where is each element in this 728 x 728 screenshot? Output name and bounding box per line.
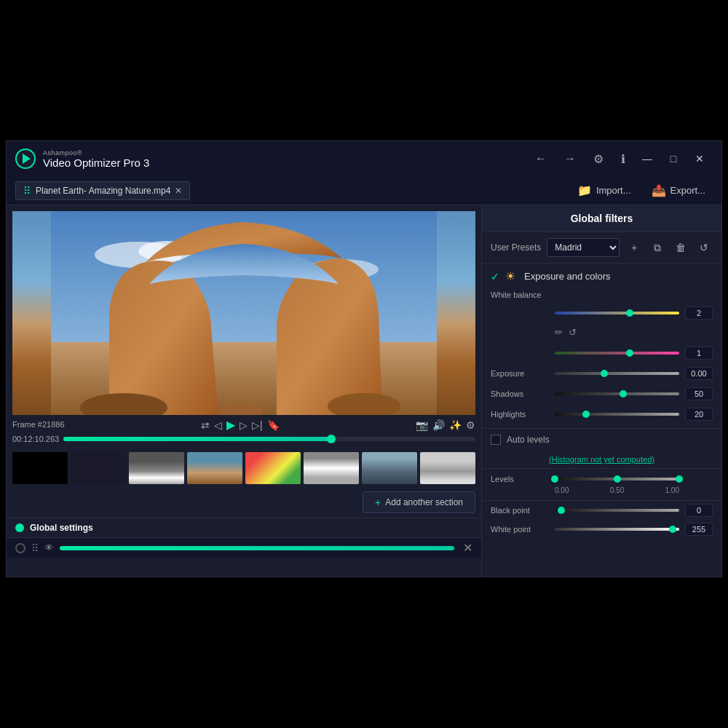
exposure-check[interactable]: ✓ (491, 271, 499, 282)
playback-controls: ⇄ ◁ ▶ ▷ ▷| 🔖 (65, 418, 416, 432)
reset-wb-icon[interactable]: ↺ (569, 327, 577, 338)
wb-slider2-row: 1 (491, 347, 713, 360)
minimize-button[interactable]: — (634, 146, 660, 172)
file-tab-icon: ⠿ (23, 185, 31, 197)
wb-slider1[interactable] (555, 312, 679, 314)
maximize-button[interactable]: □ (660, 146, 687, 172)
preset-add-button[interactable]: + (625, 239, 643, 256)
levels-val-right: 1.00 (665, 486, 679, 494)
app-title-group: Ashampoo® Video Optimizer Pro 3 (43, 149, 532, 169)
levels-val-mid: 0.50 (610, 486, 624, 494)
import-button[interactable]: 📁 Import... (570, 181, 638, 200)
toolbar-row: ⠿ Planet Earth- Amazing Nature.mp4 ✕ 📁 I… (7, 176, 721, 205)
thumbnail-strip (7, 449, 481, 487)
highlights-slider[interactable] (555, 413, 679, 416)
video-frame-svg (12, 211, 475, 415)
settings-button[interactable]: ⚙ (590, 149, 606, 169)
highlights-slider-row: Highlights 20 (491, 408, 713, 421)
preset-delete-button[interactable]: 🗑 (672, 239, 689, 256)
white-point-thumb (669, 526, 676, 533)
time-label: 00:12:10.263 (12, 435, 59, 443)
file-tab[interactable]: ⠿ Planet Earth- Amazing Nature.mp4 ✕ (15, 181, 190, 200)
progress-thumb (327, 435, 336, 443)
levels-thumb-right (676, 475, 683, 483)
global-settings-label: Global settings (30, 523, 93, 533)
white-point-row: White point 255 (482, 520, 721, 539)
track-drag-handle[interactable]: ⠿ (31, 542, 39, 554)
panel-header: Global filters (482, 205, 721, 232)
back-button[interactable]: ← (532, 149, 550, 168)
wb-value1[interactable]: 2 (685, 306, 713, 320)
add-section-row: + Add another section (7, 487, 481, 518)
track-circle (15, 543, 25, 553)
file-tab-label: Planet Earth- Amazing Nature.mp4 (36, 186, 170, 196)
play-icon (23, 154, 31, 164)
levels-val-left: 0.00 (555, 486, 569, 494)
eyedropper-icon[interactable]: ✏ (555, 327, 563, 338)
progress-area: 00:12:10.263 (12, 435, 475, 443)
cursor-icon[interactable]: ⇄ (201, 419, 210, 431)
export-button[interactable]: 📤 Export... (644, 181, 713, 200)
black-point-value[interactable]: 0 (685, 504, 713, 517)
shadows-value[interactable]: 50 (685, 387, 713, 400)
file-tab-close[interactable]: ✕ (175, 186, 182, 196)
right-panel: Global filters User Presets Madrid + ⧉ 🗑… (481, 205, 721, 577)
thumbnail-6[interactable] (304, 452, 359, 484)
presets-select[interactable]: Madrid (547, 238, 620, 257)
volume-icon[interactable]: 🔊 (432, 419, 445, 431)
title-bar: Ashampoo® Video Optimizer Pro 3 ← → ⚙ ℹ … (7, 141, 721, 176)
import-label: Import... (596, 185, 631, 196)
thumbnail-4[interactable] (187, 452, 242, 484)
controls-row: Frame #21886 ⇄ ◁ ▶ ▷ ▷| 🔖 📷 🔊 ✨ ⚙ (12, 418, 475, 432)
track-close-button[interactable]: ✕ (463, 541, 472, 555)
player-controls: Frame #21886 ⇄ ◁ ▶ ▷ ▷| 🔖 📷 🔊 ✨ ⚙ (7, 415, 481, 449)
wb-slider2[interactable] (555, 352, 679, 355)
track-bar[interactable] (60, 546, 454, 550)
thumbnail-5[interactable] (245, 452, 301, 484)
thumbnail-2[interactable] (71, 452, 126, 484)
exposure-label: Exposure (491, 369, 549, 378)
exposure-slider[interactable] (555, 372, 679, 375)
wb-slider1-row: 2 (491, 306, 713, 320)
close-button[interactable]: ✕ (687, 146, 713, 172)
histogram-link[interactable]: (Histogram not yet computed) (482, 451, 721, 469)
white-point-value[interactable]: 255 (685, 523, 713, 536)
settings-icon[interactable]: ⚙ (466, 419, 475, 431)
prev-frame-button[interactable]: ◁ (214, 419, 222, 431)
add-section-button[interactable]: + Add another section (363, 491, 475, 513)
info-button[interactable]: ℹ (618, 149, 628, 169)
forward-button[interactable]: → (561, 149, 579, 168)
black-point-row: Black point 0 (482, 501, 721, 520)
screenshot-icon[interactable]: 📷 (416, 419, 428, 431)
black-point-slider[interactable] (555, 509, 679, 512)
levels-slider[interactable] (555, 478, 679, 480)
levels-section: Levels 0.00 0.50 1.00 (482, 469, 721, 501)
thumbnail-1[interactable] (12, 452, 68, 484)
preset-copy-button[interactable]: ⧉ (649, 239, 666, 256)
thumbnail-8[interactable] (420, 452, 475, 484)
exposure-slider-row: Exposure 0.00 (491, 367, 713, 380)
exposure-value[interactable]: 0.00 (685, 367, 713, 380)
auto-levels-checkbox[interactable] (491, 435, 501, 445)
main-content: Frame #21886 ⇄ ◁ ▶ ▷ ▷| 🔖 📷 🔊 ✨ ⚙ (7, 205, 721, 577)
highlights-label: Highlights (491, 410, 549, 419)
auto-levels-label: Auto levels (507, 435, 550, 445)
white-point-slider[interactable] (555, 528, 679, 531)
bookmark-button[interactable]: 🔖 (267, 419, 280, 431)
next-frame-button[interactable]: ▷ (240, 419, 248, 431)
thumbnail-3[interactable] (129, 452, 184, 484)
enhance-icon[interactable]: ✨ (449, 419, 462, 431)
levels-row: Levels (491, 475, 713, 483)
wb-label-row: White balance (491, 290, 713, 299)
progress-track[interactable] (63, 437, 475, 441)
track-visibility-toggle[interactable]: 👁 (44, 542, 54, 553)
skip-end-button[interactable]: ▷| (252, 419, 263, 431)
highlights-value[interactable]: 20 (685, 408, 713, 421)
play-button[interactable]: ▶ (226, 418, 235, 432)
left-panel: Frame #21886 ⇄ ◁ ▶ ▷ ▷| 🔖 📷 🔊 ✨ ⚙ (7, 205, 481, 577)
shadows-slider[interactable] (555, 392, 679, 395)
thumbnail-7[interactable] (362, 452, 417, 484)
wb-value2[interactable]: 1 (685, 347, 713, 360)
preset-reset-button[interactable]: ↺ (695, 239, 713, 256)
app-brand: Ashampoo® (43, 149, 532, 157)
